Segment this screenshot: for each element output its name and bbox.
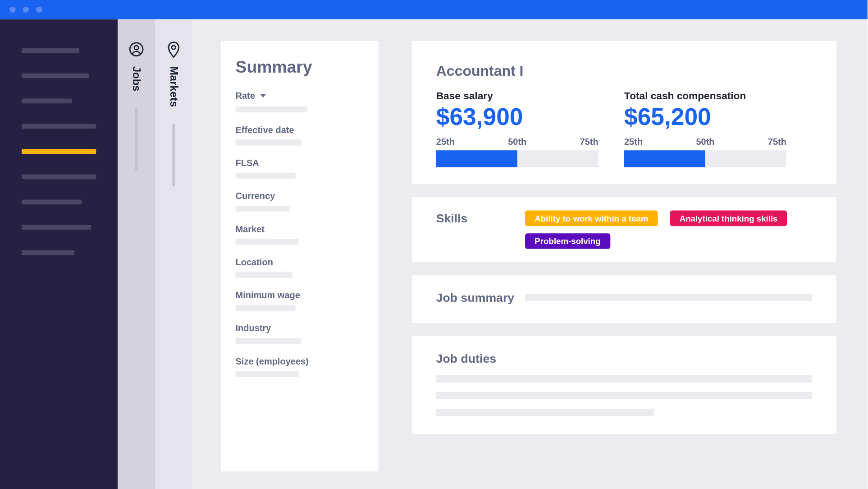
placeholder-line bbox=[436, 375, 812, 383]
placeholder-line bbox=[236, 338, 302, 344]
percentile-bar bbox=[624, 150, 786, 167]
app-window: Jobs Markets Summary Rate bbox=[0, 0, 868, 489]
placeholder-line bbox=[236, 106, 308, 112]
nav-item[interactable] bbox=[22, 175, 96, 180]
placeholder-line bbox=[236, 305, 296, 311]
nav-item[interactable] bbox=[22, 200, 82, 205]
content-area: Summary Rate Effective date FLSA Currenc… bbox=[192, 19, 868, 489]
app-body: Jobs Markets Summary Rate bbox=[0, 19, 868, 489]
metric-value: $63,900 bbox=[436, 103, 624, 130]
rate-dropdown[interactable]: Rate bbox=[236, 90, 364, 101]
nav-rail bbox=[0, 19, 118, 489]
rate-label: Rate bbox=[236, 90, 255, 101]
nav-item[interactable] bbox=[22, 48, 79, 53]
pct-75: 75th bbox=[768, 137, 786, 147]
main-column: Accountant I Base salary $63,900 25th 50… bbox=[412, 41, 836, 471]
window-control-dot[interactable] bbox=[9, 7, 15, 13]
placeholder-line bbox=[236, 206, 290, 212]
summary-panel: Summary Rate Effective date FLSA Currenc… bbox=[221, 41, 379, 471]
tab-marker bbox=[135, 108, 137, 171]
metric-label: Base salary bbox=[436, 90, 624, 102]
skill-chip[interactable]: Problem-solving bbox=[525, 233, 610, 249]
nav-item[interactable] bbox=[22, 225, 91, 230]
tab-jobs[interactable]: Jobs bbox=[118, 19, 155, 489]
percentile-labels: 25th 50th 75th bbox=[624, 137, 786, 147]
job-duties-label: Job duties bbox=[436, 351, 812, 365]
nav-item-active[interactable] bbox=[22, 149, 96, 154]
skill-chip[interactable]: Analytical thinking skills bbox=[670, 211, 787, 226]
skill-chips: Ability to work within a team Analytical… bbox=[525, 211, 812, 249]
metric-total-comp: Total cash compensation $65,200 25th 50t… bbox=[624, 90, 812, 167]
pct-50: 50th bbox=[508, 137, 526, 147]
job-duties-card: Job duties bbox=[412, 336, 836, 434]
field-label-location: Location bbox=[236, 257, 364, 267]
compensation-card: Accountant I Base salary $63,900 25th 50… bbox=[412, 41, 836, 184]
field-label-industry: Industry bbox=[236, 323, 364, 333]
field-label-flsa: FLSA bbox=[236, 157, 364, 168]
placeholder-line bbox=[236, 371, 299, 377]
field-label-effective-date: Effective date bbox=[236, 125, 364, 135]
tab-label: Jobs bbox=[130, 65, 143, 92]
tab-marker bbox=[173, 124, 175, 187]
nav-item[interactable] bbox=[22, 250, 74, 255]
field-label-currency: Currency bbox=[236, 191, 364, 201]
pct-25: 25th bbox=[624, 137, 643, 147]
placeholder-line bbox=[236, 139, 302, 145]
skills-card: Skills Ability to work within a team Ana… bbox=[412, 197, 836, 262]
field-label-size: Size (employees) bbox=[236, 356, 364, 366]
skills-label: Skills bbox=[436, 211, 499, 226]
window-control-dot[interactable] bbox=[23, 7, 29, 13]
location-pin-icon bbox=[165, 41, 182, 58]
percentile-labels: 25th 50th 75th bbox=[436, 137, 598, 147]
metric-label: Total cash compensation bbox=[624, 90, 812, 102]
percentile-bar bbox=[436, 150, 598, 167]
svg-point-2 bbox=[172, 46, 176, 50]
percentile-fill bbox=[436, 150, 517, 167]
placeholder-line bbox=[236, 272, 293, 278]
pct-75: 75th bbox=[580, 137, 598, 147]
job-summary-card: Job summary bbox=[412, 276, 836, 323]
summary-title: Summary bbox=[236, 58, 364, 77]
percentile-fill bbox=[624, 150, 705, 167]
nav-item[interactable] bbox=[22, 124, 96, 129]
nav-item[interactable] bbox=[22, 74, 89, 78]
tab-label: Markets bbox=[167, 65, 180, 107]
window-titlebar bbox=[0, 0, 868, 19]
placeholder-line bbox=[436, 409, 654, 416]
svg-point-1 bbox=[134, 46, 138, 50]
tab-markets[interactable]: Markets bbox=[155, 19, 192, 489]
chevron-down-icon bbox=[260, 93, 266, 97]
metric-value: $65,200 bbox=[624, 103, 812, 130]
job-title: Accountant I bbox=[436, 63, 812, 79]
placeholder-line bbox=[236, 173, 296, 179]
metrics-row: Base salary $63,900 25th 50th 75th bbox=[436, 90, 812, 167]
metric-base-salary: Base salary $63,900 25th 50th 75th bbox=[436, 90, 624, 167]
vertical-tabs: Jobs Markets bbox=[118, 19, 192, 489]
pct-50: 50th bbox=[696, 137, 714, 147]
placeholder-line bbox=[525, 294, 812, 301]
job-summary-label: Job summary bbox=[436, 290, 514, 305]
field-label-market: Market bbox=[236, 224, 364, 234]
pct-25: 25th bbox=[436, 137, 455, 147]
nav-item[interactable] bbox=[22, 99, 72, 104]
placeholder-line bbox=[436, 392, 812, 399]
person-icon bbox=[128, 41, 145, 58]
placeholder-line bbox=[236, 239, 299, 244]
window-control-dot[interactable] bbox=[36, 7, 42, 13]
field-label-minimum-wage: Minimum wage bbox=[236, 290, 364, 300]
skill-chip[interactable]: Ability to work within a team bbox=[525, 211, 658, 226]
